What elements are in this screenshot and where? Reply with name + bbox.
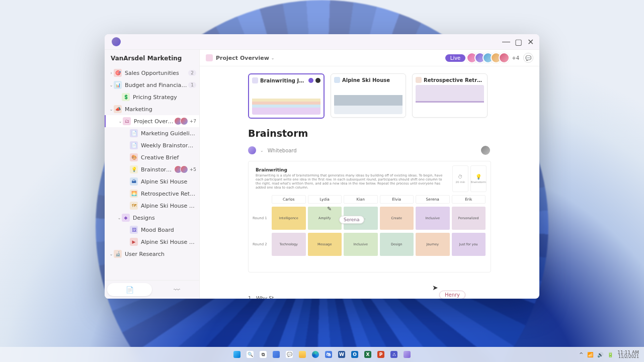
- cursor-icon: ➤: [432, 284, 438, 292]
- page-title[interactable]: Brainstorm: [248, 128, 491, 139]
- sticky-note[interactable]: Technology: [272, 233, 306, 256]
- sidebar-item[interactable]: ⌄🗂Project Overview+7: [105, 115, 199, 127]
- chevron-icon[interactable]: ⌄: [109, 83, 114, 87]
- sidebar-item[interactable]: ⌄📣Marketing: [105, 103, 199, 115]
- chevron-icon[interactable]: ⌄: [109, 252, 114, 256]
- sticky-note[interactable]: [344, 259, 378, 266]
- tray-chevron-icon[interactable]: ^: [579, 352, 583, 357]
- task-view-icon[interactable]: ⧉: [258, 349, 269, 360]
- app-icon: [112, 37, 121, 46]
- powerpoint-icon[interactable]: P: [375, 349, 386, 360]
- wifi-icon[interactable]: 📶: [587, 352, 593, 357]
- widgets-icon[interactable]: [271, 349, 282, 360]
- taskbar[interactable]: 🔍⧉💬🛍WOXP⛬ ^ 📶 🔊 🔋 11:11 AM 11/2/2021: [0, 347, 644, 362]
- close-button[interactable]: ✕: [524, 36, 536, 48]
- nav-item-label: Creative Brief: [141, 154, 196, 161]
- page-content[interactable]: Brainwriting JamAlpine Ski HouseRetrospe…: [200, 66, 539, 299]
- edge-icon[interactable]: [310, 349, 321, 360]
- minimize-button[interactable]: —: [500, 36, 512, 48]
- chevron-down-icon[interactable]: ⌄: [260, 148, 264, 153]
- excel-icon[interactable]: X: [362, 349, 373, 360]
- component-card[interactable]: Retrospective Retreat: [412, 73, 488, 118]
- card-icon: [334, 77, 340, 83]
- component-card[interactable]: Alpine Ski House: [331, 73, 406, 118]
- sidebar-item[interactable]: 🗺Alpine Ski House (ID: 487…: [105, 200, 199, 212]
- system-tray[interactable]: ^ 📶 🔊 🔋 11:11 AM 11/2/2021: [579, 350, 639, 359]
- sticky-note[interactable]: Just for you: [452, 233, 486, 256]
- presence-stack[interactable]: +4: [469, 52, 519, 63]
- sidebar-item[interactable]: 🎨Creative Brief: [105, 151, 199, 163]
- whiteboard-icon[interactable]: [248, 146, 256, 154]
- sticky-note[interactable]: Journey: [416, 233, 450, 256]
- sticky-note[interactable]: Amplify: [308, 207, 342, 230]
- nav-item-icon: 🗺: [130, 202, 138, 210]
- sticky-note[interactable]: Inclusive: [416, 207, 450, 230]
- component-card[interactable]: Brainwriting Jam: [248, 73, 325, 119]
- maximize-button[interactable]: ▢: [512, 36, 524, 48]
- breadcrumb[interactable]: Project Overview: [216, 55, 269, 61]
- sticky-note[interactable]: [308, 259, 342, 266]
- live-badge[interactable]: Live: [445, 54, 465, 62]
- search-icon[interactable]: 🔍: [245, 349, 256, 360]
- chat-icon[interactable]: 💬: [284, 349, 295, 360]
- sticky-note[interactable]: Message: [308, 233, 342, 256]
- nav-item-label: Project Overview: [134, 118, 176, 125]
- avatar: [499, 52, 510, 63]
- teams-icon[interactable]: ⛬: [388, 349, 399, 360]
- chevron-icon[interactable]: ⌄: [117, 216, 122, 220]
- store-icon[interactable]: 🛍: [323, 349, 334, 360]
- activity-tab[interactable]: 〰: [154, 281, 199, 299]
- battery-icon[interactable]: 🔋: [607, 352, 613, 357]
- card-hint-icon: [315, 78, 320, 83]
- title-bar[interactable]: — ▢ ✕: [105, 34, 539, 50]
- outlook-icon[interactable]: O: [349, 349, 360, 360]
- sidebar-item[interactable]: 🏔Alpine Ski House: [105, 175, 199, 188]
- pages-tab[interactable]: 📄: [107, 283, 152, 296]
- volume-icon[interactable]: 🔊: [597, 352, 603, 357]
- chevron-icon[interactable]: ›: [109, 71, 114, 75]
- nav-item-icon: 📣: [114, 105, 122, 113]
- sidebar-item[interactable]: ▶Alpine Ski House Sizzle Re…: [105, 236, 199, 248]
- card-row: Brainwriting JamAlpine Ski HouseRetrospe…: [248, 73, 491, 119]
- presence-count: +4: [512, 55, 519, 61]
- nav-item-icon: 🎯: [114, 69, 122, 77]
- nav-item-label: Designs: [133, 215, 196, 221]
- author-avatar[interactable]: [480, 145, 491, 156]
- sidebar-item[interactable]: 🖼Mood Board: [105, 224, 199, 236]
- workspace-title[interactable]: VanArsdel Marketing: [105, 50, 199, 67]
- whiteboard-canvas[interactable]: BrainwritingBrainwriting is a style of b…: [248, 161, 491, 273]
- taskbar-center: 🔍⧉💬🛍WOXP⛬: [231, 349, 413, 360]
- sticky-note[interactable]: [416, 259, 450, 266]
- start-icon[interactable]: [231, 349, 243, 360]
- sticky-note[interactable]: Intelligence: [272, 207, 306, 230]
- chevron-icon[interactable]: ⌄: [118, 119, 123, 124]
- sticky-note[interactable]: [452, 259, 486, 266]
- sidebar-item[interactable]: ⌄📊Budget and Financial Projection1: [105, 79, 199, 91]
- sticky-note[interactable]: Create: [380, 207, 414, 230]
- sidebar-item[interactable]: 📄Weekly Brainstorm Meeting: [105, 139, 199, 151]
- chevron-icon[interactable]: ⌄: [109, 107, 114, 112]
- sidebar-item[interactable]: ⌄◆Designs: [105, 212, 199, 224]
- chat-button[interactable]: 💬: [523, 53, 533, 63]
- sticky-note[interactable]: Inclusive: [344, 233, 378, 256]
- sticky-note[interactable]: [380, 259, 414, 266]
- round-label: Round 2: [253, 233, 271, 256]
- sidebar-item[interactable]: ›🎯Sales Opportunities2: [105, 67, 199, 79]
- whiteboard-name[interactable]: Whiteboard: [268, 148, 297, 153]
- list-item-text[interactable]: Why St: [256, 296, 274, 299]
- loop-icon[interactable]: [401, 349, 413, 360]
- sticky-note[interactable]: Design: [380, 233, 414, 256]
- clock[interactable]: 11:11 AM 11/2/2021: [617, 350, 639, 359]
- sidebar-item[interactable]: 🌅Retrospective Retreat: [105, 188, 199, 200]
- chevron-down-icon[interactable]: ⌄: [271, 56, 275, 60]
- sidebar-item[interactable]: ⌄🔬User Research: [105, 248, 199, 260]
- sticky-note[interactable]: Personalized: [452, 207, 486, 230]
- nav-item-label: Mood Board: [141, 227, 196, 233]
- sticky-note[interactable]: [272, 259, 306, 266]
- numbered-list[interactable]: 1. Why St ☺: [248, 296, 491, 299]
- sidebar-item[interactable]: 📄Marketing Guidelines for V…: [105, 127, 199, 139]
- sidebar-item[interactable]: 💲Pricing Strategy: [105, 91, 199, 103]
- word-icon[interactable]: W: [336, 349, 347, 360]
- explorer-icon[interactable]: [297, 349, 308, 360]
- sidebar-item[interactable]: 💡Brainstorming+5: [105, 163, 199, 175]
